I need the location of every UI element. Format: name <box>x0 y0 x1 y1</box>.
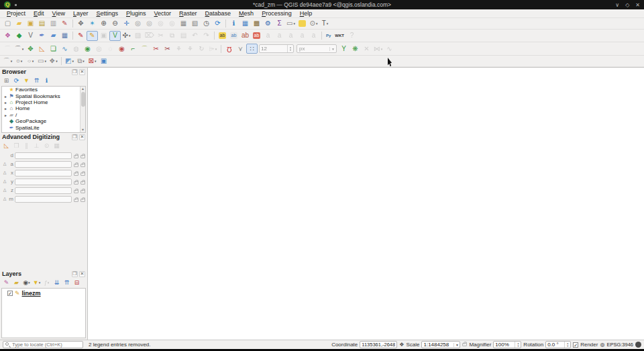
crs-indicator[interactable]: EPSG:3946 <box>606 342 633 348</box>
messages-icon[interactable] <box>635 342 641 348</box>
snapping-type-button[interactable]: ⋎ <box>235 44 246 54</box>
repeating-lock-icon[interactable] <box>80 172 85 176</box>
move-feature-button[interactable]: ✥ <box>25 44 36 54</box>
map-tips-button[interactable] <box>297 19 308 29</box>
repeating-lock-icon[interactable] <box>80 199 85 202</box>
panel-close-button[interactable]: ✕ <box>79 69 85 75</box>
redo-button[interactable]: ↷ <box>201 31 212 41</box>
style-manager-button[interactable]: ✎ <box>59 19 70 29</box>
panel-float-button[interactable]: ❐ <box>72 271 78 277</box>
relative-toggle-button[interactable]: Δ <box>2 179 7 184</box>
scroll-down-icon[interactable]: ▼ <box>81 128 85 132</box>
repeating-lock-icon[interactable] <box>80 164 85 167</box>
delete-selected-button[interactable]: ⌦ <box>144 31 155 41</box>
fill-ring-button[interactable]: ◎ <box>93 44 105 54</box>
circular-string-button[interactable]: ⌒ <box>2 44 13 54</box>
copy-features-button[interactable]: ⧉ <box>166 31 178 41</box>
new-geopackage-layer-button[interactable]: ◆ <box>13 31 25 41</box>
snapping-tolerance-input[interactable] <box>260 46 287 52</box>
add-group-button[interactable]: ▰ <box>11 278 21 287</box>
zoom-to-layer-button[interactable]: ◎ <box>144 19 155 29</box>
modify-attributes-button[interactable]: ▨ <box>132 31 144 41</box>
collapse-all-layers-button[interactable]: ⇈ <box>62 278 72 287</box>
circular-string-radius-button[interactable]: ⌒ <box>2 56 13 66</box>
menu-item[interactable]: Raster <box>175 10 201 17</box>
construction-guides-button[interactable]: ▦ <box>52 141 62 150</box>
menu-item[interactable]: Database <box>201 10 235 17</box>
browser-collapse-all-button[interactable]: ⇈ <box>32 76 42 85</box>
delete-ring-button[interactable]: ◌ <box>105 44 116 54</box>
lock-icon[interactable] <box>74 164 78 167</box>
move-label-button[interactable]: a <box>274 31 285 41</box>
zoom-in-button[interactable]: ⊕ <box>98 19 109 29</box>
lock-icon[interactable] <box>74 181 78 185</box>
self-snapping-button[interactable]: ✕ <box>361 44 372 54</box>
plugin-help-button[interactable]: ? <box>346 31 358 41</box>
rotation-spinbox[interactable]: 0.0 ° ▲▼ <box>545 341 571 348</box>
browser-properties-button[interactable]: ℹ <box>42 76 52 85</box>
lock-icon[interactable] <box>74 190 78 193</box>
advdig-settings-button[interactable]: ⊙ <box>42 141 52 150</box>
merge-attributes-button[interactable]: ⚘ <box>184 44 196 54</box>
browser-scrollbar[interactable]: ▲ ▼ <box>80 87 85 132</box>
zoom-out-button[interactable]: ⊖ <box>109 19 121 29</box>
repeating-lock-icon[interactable] <box>80 181 85 185</box>
expander-icon[interactable]: ▸ <box>3 106 8 111</box>
new-spatialite-layer-button[interactable]: ✒ <box>36 31 48 41</box>
text-annotation-button[interactable]: T <box>319 19 331 29</box>
scale-lock-icon[interactable] <box>462 343 467 346</box>
magnifier-spinbox[interactable]: 100% ▲▼ <box>493 341 521 348</box>
window-close-button[interactable]: ✕ <box>635 2 640 8</box>
snapping-units-combo[interactable]: px ▼ <box>297 44 337 53</box>
browser-filter-button[interactable]: ▼ <box>21 76 32 85</box>
highlight-pinned-labels-button[interactable]: ab <box>239 31 251 41</box>
menu-item[interactable]: Settings <box>92 10 122 17</box>
coordinate-input[interactable] <box>360 341 397 348</box>
measure-button[interactable]: ▭ <box>285 19 297 29</box>
expand-all-button[interactable]: ⇊ <box>52 278 62 287</box>
wkt-plugin-button[interactable]: WKT <box>333 31 346 41</box>
offset-curve-button[interactable]: ⌒ <box>139 44 150 54</box>
filter-legend-button[interactable]: ▼ <box>32 278 42 287</box>
relative-toggle-button[interactable]: Δ <box>2 170 7 175</box>
advdig-value-input[interactable] <box>15 196 72 203</box>
browser-item-root[interactable]: ▸ ▰ / <box>2 112 80 118</box>
open-attribute-table-button[interactable]: ▦ <box>239 19 251 29</box>
identify-features-button[interactable]: ℹ <box>228 19 239 29</box>
project-open-button[interactable]: ▰ <box>13 19 25 29</box>
scroll-thumb[interactable] <box>81 92 85 107</box>
merge-features-button[interactable]: ⚘ <box>173 44 184 54</box>
snap-on-intersection-button[interactable]: ❋ <box>350 44 361 54</box>
advdig-value-input[interactable] <box>15 179 72 185</box>
window-maximize-button[interactable]: ◇ <box>625 2 629 8</box>
rotate-point-symbols-button[interactable]: ↻ <box>196 44 207 54</box>
add-circle-button[interactable]: ○ <box>13 56 25 66</box>
browser-item-home[interactable]: ▸ ⌂ Home <box>2 105 80 111</box>
enable-advanced-digitizing-button[interactable]: ◺ <box>1 141 11 150</box>
locate-input[interactable] <box>3 341 83 348</box>
repeating-lock-icon[interactable] <box>80 190 85 193</box>
add-regular-polygon-button[interactable]: ❖ <box>48 56 59 66</box>
menu-item[interactable]: Help <box>296 10 317 17</box>
deselect-features-button[interactable]: ⊠ <box>87 56 98 66</box>
show-hide-labels-button[interactable]: a <box>262 31 274 41</box>
menu-item[interactable]: Processing <box>258 10 296 17</box>
layer-linezm[interactable]: ✓ ✎ linezm <box>2 289 85 297</box>
curved-label-button[interactable]: a <box>297 31 308 41</box>
menu-item[interactable]: Mesh <box>235 10 258 17</box>
map-canvas[interactable] <box>88 68 644 340</box>
add-ellipse-button[interactable]: ○ <box>25 56 36 66</box>
expander-icon[interactable]: ▸ <box>3 100 8 105</box>
layer-styling-button[interactable]: ✎ <box>1 278 11 287</box>
delete-part-button[interactable]: ◉ <box>116 44 127 54</box>
enable-snapping-button[interactable]: Ω <box>223 44 235 54</box>
browser-item-spatialite[interactable]: ▸ ✒ SpatiaLite <box>2 124 80 130</box>
browser-item-geopackage[interactable]: ▸ ◆ GeoPackage <box>2 118 80 124</box>
enable-tracing-button[interactable]: ∿ <box>384 44 395 54</box>
undo-button[interactable]: ↶ <box>189 31 201 41</box>
toggle-editing-button[interactable]: ✎ <box>87 31 98 41</box>
advdig-value-input[interactable] <box>15 187 72 194</box>
extents-toggle-icon[interactable]: ❖ <box>399 342 404 348</box>
data-source-manager-button[interactable]: ❖ <box>2 31 13 41</box>
current-edits-button[interactable]: ✎ <box>75 31 87 41</box>
